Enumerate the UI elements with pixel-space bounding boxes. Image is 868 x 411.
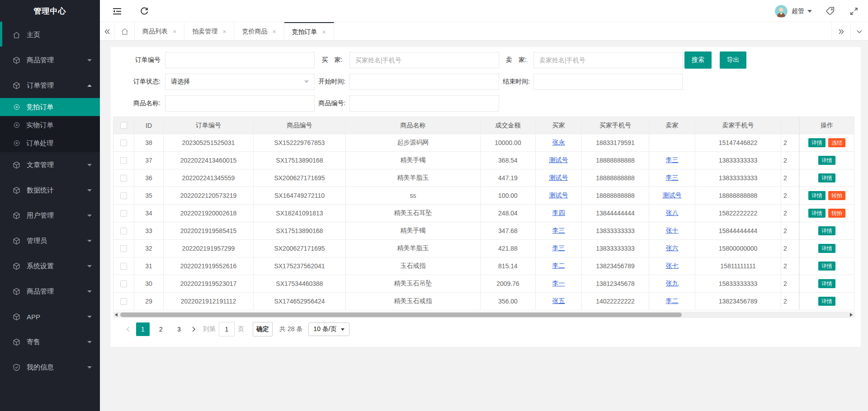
tab-list: 商品列表×拍卖管理×竞价商品×竞拍订单× xyxy=(135,22,831,40)
start-time-input[interactable] xyxy=(349,74,499,90)
action-detail-button[interactable]: 详情 xyxy=(818,226,835,235)
row-checkbox[interactable] xyxy=(120,210,127,217)
sidebar-item-admin[interactable]: 管理员 xyxy=(0,228,100,253)
tabs-more-icon[interactable] xyxy=(831,22,850,41)
buyer-link[interactable]: 李一 xyxy=(552,280,565,288)
row-checkbox[interactable] xyxy=(120,228,127,234)
close-tab-icon[interactable]: × xyxy=(222,28,226,35)
buyer-link[interactable]: 李三 xyxy=(552,227,565,235)
select-all-checkbox[interactable] xyxy=(120,122,127,129)
tab-auction-orders[interactable]: 竞拍订单× xyxy=(284,22,334,41)
seller-input[interactable] xyxy=(533,52,683,68)
order-no-input[interactable] xyxy=(165,52,315,68)
seller-link[interactable]: 测试号 xyxy=(663,191,682,200)
sidebar-item-order-process[interactable]: 订单处理 xyxy=(0,134,100,152)
refresh-icon[interactable] xyxy=(138,0,150,22)
action-detail-button[interactable]: 详情 xyxy=(818,279,835,288)
sidebar-item-consign[interactable]: 寄售 xyxy=(0,329,100,355)
seller-link[interactable]: 张十 xyxy=(666,227,679,235)
seller-link[interactable]: 李二 xyxy=(666,297,679,305)
row-checkbox[interactable] xyxy=(120,140,127,146)
page-size-select[interactable]: 10 条/页 xyxy=(308,322,349,336)
buyer-link[interactable]: 张永 xyxy=(552,139,565,147)
product-name-input[interactable] xyxy=(165,95,315,112)
sidebar-item-my-info[interactable]: 我的信息 xyxy=(0,355,100,380)
page-next-icon[interactable] xyxy=(188,326,200,332)
sidebar-item-article-manage[interactable]: 文章管理 xyxy=(0,152,100,177)
action-detail-button[interactable]: 详情 xyxy=(818,173,835,182)
goto-page-input[interactable] xyxy=(219,322,235,336)
scroll-left-arrow[interactable] xyxy=(113,312,119,318)
row-checkbox[interactable] xyxy=(120,192,127,199)
sidebar-item-auction-orders[interactable]: 竞拍订单 xyxy=(0,98,100,116)
row-checkbox[interactable] xyxy=(120,298,127,305)
confirm-button[interactable]: 确定 xyxy=(253,322,273,336)
page-prev-icon[interactable] xyxy=(122,326,134,332)
action-detail-button[interactable]: 详情 xyxy=(818,244,835,253)
buyer-link[interactable]: 李四 xyxy=(552,209,565,217)
collapse-sidebar-icon[interactable] xyxy=(111,0,123,22)
action-detail-button[interactable]: 详情 xyxy=(808,191,826,200)
table-cell: 202202241345559 xyxy=(164,169,254,187)
action-resell-button[interactable]: 转拍 xyxy=(828,191,845,200)
tab-bidding-goods[interactable]: 竞价商品× xyxy=(234,22,284,41)
row-checkbox[interactable] xyxy=(120,157,127,164)
row-checkbox[interactable] xyxy=(120,280,127,287)
buyer-link[interactable]: 测试号 xyxy=(549,156,568,164)
action-freeze-button[interactable]: 冻结 xyxy=(828,138,845,147)
action-detail-button[interactable]: 详情 xyxy=(818,262,835,271)
fullscreen-icon[interactable] xyxy=(850,7,858,15)
sidebar-item-app[interactable]: APP xyxy=(0,304,100,329)
tabs-scroll-left-icon[interactable] xyxy=(100,22,115,41)
action-detail-button[interactable]: 详情 xyxy=(818,297,835,306)
avatar[interactable] xyxy=(775,5,788,18)
sidebar-item-data-stats[interactable]: 数据统计 xyxy=(0,177,100,203)
sidebar-item-system-settings[interactable]: 系统设置 xyxy=(0,253,100,279)
page-1[interactable]: 1 xyxy=(136,322,150,336)
page-3[interactable]: 3 xyxy=(172,322,186,336)
close-tab-icon[interactable]: × xyxy=(322,28,326,36)
row-checkbox[interactable] xyxy=(120,245,127,252)
buyer-link[interactable]: 测试号 xyxy=(549,191,568,200)
sidebar-item-home[interactable]: 主页 xyxy=(0,22,100,47)
buyer-link[interactable]: 李三 xyxy=(552,244,565,252)
tab-auction-manage[interactable]: 拍卖管理× xyxy=(184,22,234,41)
buyer-link[interactable]: 张五 xyxy=(552,297,565,305)
username[interactable]: 超管 xyxy=(792,7,804,15)
product-no-input[interactable] xyxy=(349,95,499,112)
close-tab-icon[interactable]: × xyxy=(173,28,176,35)
action-detail-button[interactable]: 详情 xyxy=(808,209,826,218)
row-checkbox[interactable] xyxy=(120,175,127,182)
action-detail-button[interactable]: 详情 xyxy=(808,138,826,147)
sidebar-item-order-manage[interactable]: 订单管理 xyxy=(0,73,100,98)
tab-goods-list[interactable]: 商品列表× xyxy=(135,22,184,41)
seller-link[interactable]: 张七 xyxy=(666,262,679,270)
buyer-link[interactable]: 测试号 xyxy=(549,174,568,182)
buyer-input[interactable] xyxy=(349,52,499,68)
sidebar-item-user-manage[interactable]: 用户管理 xyxy=(0,203,100,228)
scroll-right-arrow[interactable] xyxy=(848,312,854,318)
seller-link[interactable]: 张六 xyxy=(666,244,679,252)
tag-icon[interactable] xyxy=(826,6,835,16)
sidebar-item-goods-manage[interactable]: 商品管理 xyxy=(0,47,100,73)
end-time-input[interactable] xyxy=(533,74,683,90)
buyer-link[interactable]: 李二 xyxy=(552,262,565,270)
action-detail-button[interactable]: 详情 xyxy=(818,156,835,165)
tabs-collapse-icon[interactable] xyxy=(850,22,868,41)
sidebar-scrollbar-thumb[interactable] xyxy=(0,22,2,47)
seller-link[interactable]: 李三 xyxy=(666,156,679,164)
export-button[interactable]: 导出 xyxy=(720,51,746,69)
search-button[interactable]: 搜索 xyxy=(684,51,712,69)
tab-home[interactable] xyxy=(115,22,135,41)
order-status-select[interactable]: 请选择 xyxy=(165,74,315,90)
action-resell-button[interactable]: 转拍 xyxy=(828,209,845,218)
close-tab-icon[interactable]: × xyxy=(272,28,276,35)
seller-link[interactable]: 张八 xyxy=(666,209,679,217)
seller-link[interactable]: 李三 xyxy=(666,174,679,182)
page-2[interactable]: 2 xyxy=(154,322,168,336)
sidebar-item-goods-manage-2[interactable]: 商品管理 xyxy=(0,279,100,304)
scrollbar-thumb[interactable] xyxy=(120,313,682,317)
seller-link[interactable]: 张九 xyxy=(666,280,679,288)
sidebar-item-physical-orders[interactable]: 实物订单 xyxy=(0,116,100,134)
row-checkbox[interactable] xyxy=(120,263,127,270)
